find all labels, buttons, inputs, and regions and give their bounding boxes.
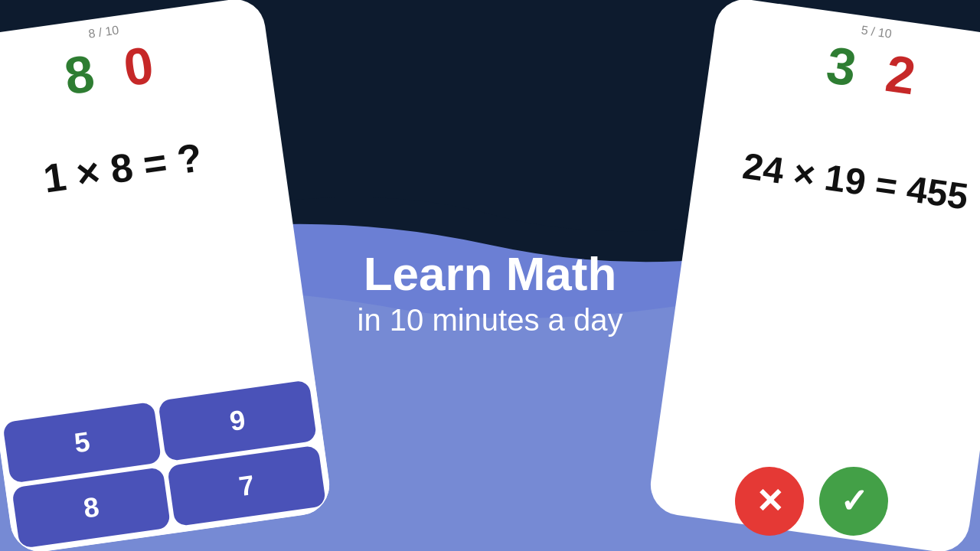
left-score-correct: 8 <box>61 43 98 106</box>
left-score-wrong: 0 <box>120 34 157 98</box>
main-title: Learn Math <box>358 248 623 300</box>
right-score-correct: 3 <box>823 34 860 98</box>
wrong-button[interactable]: ✕ <box>735 467 804 536</box>
right-score-wrong: 2 <box>882 43 919 106</box>
wrong-icon: ✕ <box>756 484 784 518</box>
left-score-label: 8 / 10 <box>87 23 119 41</box>
main-subtitle: in 10 minutes a day <box>358 300 623 340</box>
center-text-block: Learn Math in 10 minutes a day <box>358 248 623 340</box>
correct-button[interactable]: ✓ <box>819 467 888 536</box>
right-score-label: 5 / 10 <box>861 23 893 41</box>
correct-icon: ✓ <box>840 484 868 518</box>
action-buttons: ✕ ✓ <box>735 467 888 536</box>
